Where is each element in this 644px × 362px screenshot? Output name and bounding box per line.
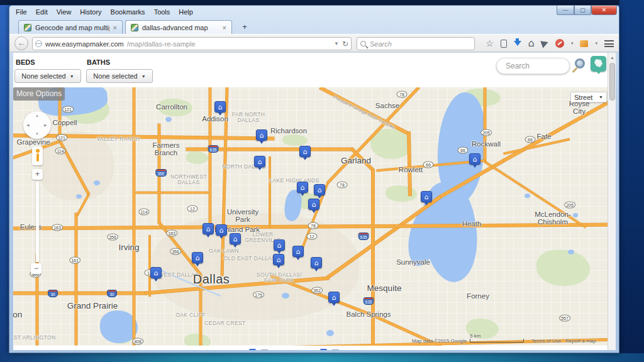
map-scale-bar	[470, 339, 524, 343]
url-bar[interactable]: www.easymapmaker.com /map/dallas-re-samp…	[32, 37, 352, 50]
beds-label: BEDS	[16, 58, 35, 66]
browser-search-bar[interactable]	[357, 37, 475, 50]
highway-shield: 78	[337, 182, 348, 189]
zoom-out-button[interactable]: −	[31, 263, 42, 274]
property-marker-pin[interactable]: ⌂	[311, 257, 322, 268]
tab-favicon	[24, 24, 31, 31]
reload-icon[interactable]: ↻	[342, 40, 348, 48]
property-marker-pin[interactable]: ⌂	[256, 129, 267, 141]
condo-checkbox[interactable]: ✓	[261, 349, 268, 351]
map-label: EAST ARLINGTON	[13, 335, 55, 341]
chevron-down-icon: ▼	[70, 74, 74, 79]
single-family-checkbox[interactable]: ✓	[332, 349, 339, 351]
property-marker-pin[interactable]: ⌂	[292, 246, 304, 257]
map-type-control[interactable]: Street ▼	[570, 92, 607, 102]
property-marker-pin[interactable]: ⌂	[299, 146, 311, 157]
navigation-toolbar: ← www.easymapmaker.com /map/dallas-re-sa…	[9, 34, 619, 52]
menu-help[interactable]: Help	[179, 8, 193, 16]
map-pan-control[interactable]: ▲ ▼ ◀ ▶	[23, 111, 51, 139]
property-marker-pin[interactable]: ⌂	[192, 252, 203, 263]
chevron-down-icon: ▼	[599, 95, 603, 99]
pan-down-icon[interactable]: ▼	[35, 132, 39, 136]
url-dropdown-icon[interactable]: ▼	[334, 41, 339, 47]
menu-bookmarks[interactable]: Bookmarks	[111, 8, 145, 16]
adblock-dropdown-icon[interactable]: ▾	[571, 41, 574, 46]
highway-shield: 78	[308, 222, 319, 229]
property-marker-pin[interactable]: ⌂	[328, 292, 340, 303]
property-marker-pin[interactable]: ⌂	[273, 254, 284, 265]
property-marker-pin[interactable]: ⌂	[216, 224, 227, 236]
downloads-icon[interactable]	[514, 41, 521, 46]
zoom-slider[interactable]	[36, 182, 39, 262]
property-marker-pin[interactable]: ⌂	[203, 223, 214, 234]
extension-dropdown-icon[interactable]: ▾	[595, 41, 597, 46]
adblock-icon[interactable]	[555, 39, 564, 48]
menu-tools[interactable]: Tools	[154, 8, 170, 16]
property-marker-pin[interactable]: ⌂	[274, 239, 285, 251]
highway-shield: 78	[397, 91, 408, 98]
tab-close-icon[interactable]: ×	[223, 24, 226, 31]
menu-history[interactable]: History	[80, 8, 101, 16]
property-marker-pin[interactable]: ⌂	[297, 182, 308, 193]
browser-search-input[interactable]	[369, 40, 471, 48]
home-icon[interactable]: ⌂	[528, 39, 535, 48]
report-map-error-link[interactable]: Report a map error	[565, 338, 608, 346]
back-button[interactable]: ←	[14, 36, 28, 50]
property-marker-pin[interactable]: ⌂	[254, 156, 265, 167]
minimize-button[interactable]: —	[557, 6, 574, 15]
map-search-box[interactable]	[496, 58, 570, 74]
tab-label: Geocode and map multipl...	[35, 24, 109, 31]
beds-dropdown[interactable]: None selected ▼	[14, 69, 81, 83]
menu-view[interactable]: View	[57, 8, 72, 16]
property-marker-pin[interactable]: ⌂	[308, 199, 319, 210]
tab-dallas-advanced-map[interactable]: dallas-advanced map ×	[125, 20, 232, 34]
beds-dropdown-value: None selected	[21, 72, 65, 80]
map-label: CEDAR CREST	[204, 321, 245, 326]
terms-of-use-link[interactable]: Terms of Use	[531, 338, 561, 344]
road	[75, 213, 77, 345]
bookmark-star-icon[interactable]: ☆	[486, 39, 494, 48]
baths-dropdown[interactable]: None selected ▼	[86, 69, 153, 83]
highway-shield: 30	[48, 290, 58, 297]
property-marker-pin[interactable]: ⌂	[150, 267, 162, 278]
road	[408, 131, 412, 195]
easymapmaker-logo-icon[interactable]	[591, 56, 606, 72]
tab-geocode[interactable]: Geocode and map multipl... ×	[18, 20, 123, 34]
magnifier-icon[interactable]	[575, 58, 585, 69]
zoom-in-button[interactable]: +	[32, 169, 43, 180]
property-marker-pin[interactable]: ⌂	[421, 191, 432, 202]
map-label: Dallas	[193, 273, 230, 286]
pegman-control[interactable]	[32, 146, 43, 165]
more-options-button[interactable]: More Options	[13, 87, 65, 101]
share-icon[interactable]	[540, 38, 549, 48]
property-marker-pin[interactable]: ⌂	[214, 101, 226, 112]
desktop-edge-top	[0, 0, 644, 5]
menu-edit[interactable]: Edit	[36, 8, 48, 16]
menu-file[interactable]: File	[16, 8, 27, 16]
highway-shield: 121	[62, 106, 74, 113]
maximize-button[interactable]: ▢	[574, 6, 591, 15]
new-tab-button[interactable]: +	[237, 22, 252, 33]
highway-shield: 183	[166, 230, 177, 237]
clipboard-icon[interactable]	[501, 40, 507, 48]
pan-right-icon[interactable]: ▶	[44, 123, 47, 127]
property-marker-pin[interactable]: ⌂	[230, 233, 241, 244]
scrollbar-up-icon[interactable]: ▲	[610, 55, 614, 60]
pan-up-icon[interactable]: ▲	[35, 114, 39, 118]
scrollbar-thumb[interactable]	[609, 63, 615, 101]
property-marker-pin[interactable]: ⌂	[469, 153, 480, 165]
property-marker-pin[interactable]: ⌂	[314, 184, 325, 195]
desktop-edge-bottom	[0, 353, 644, 362]
map-label: University Park	[227, 208, 258, 223]
page-scrollbar[interactable]: ▲	[608, 53, 616, 350]
pan-left-icon[interactable]: ◀	[26, 123, 30, 127]
menu-hamburger-icon[interactable]	[604, 40, 614, 47]
map-search-input[interactable]	[504, 61, 562, 71]
extension-icon[interactable]	[580, 40, 588, 47]
highway-shield: 175	[253, 292, 264, 299]
map-label: VALLEY RANCH	[97, 136, 140, 142]
close-button[interactable]: ✕	[591, 6, 617, 15]
tab-close-icon[interactable]: ×	[113, 24, 117, 31]
map-label: OAK CLIFF	[175, 312, 206, 318]
map-canvas[interactable]: GrapevineCoppellCarrolltonAddisonFAR NOR…	[13, 87, 608, 346]
